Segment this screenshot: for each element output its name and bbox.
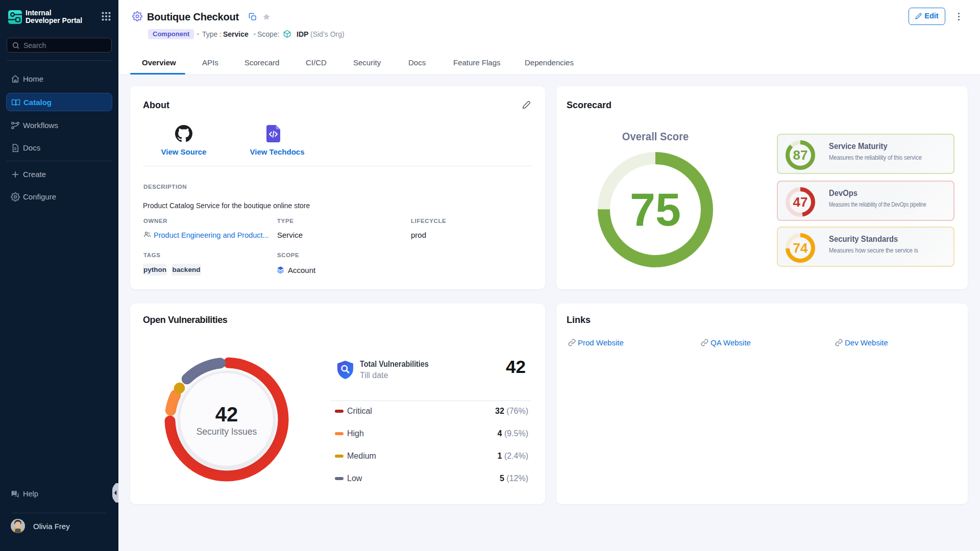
svg-text:87: 87 [793,147,808,163]
svg-text:75: 75 [630,184,681,235]
svg-text:47: 47 [793,194,808,210]
svg-text:?: ? [13,491,15,495]
svg-text:42: 42 [215,403,238,425]
svg-text:74: 74 [793,240,808,256]
svg-text:Security Issues: Security Issues [197,427,257,437]
